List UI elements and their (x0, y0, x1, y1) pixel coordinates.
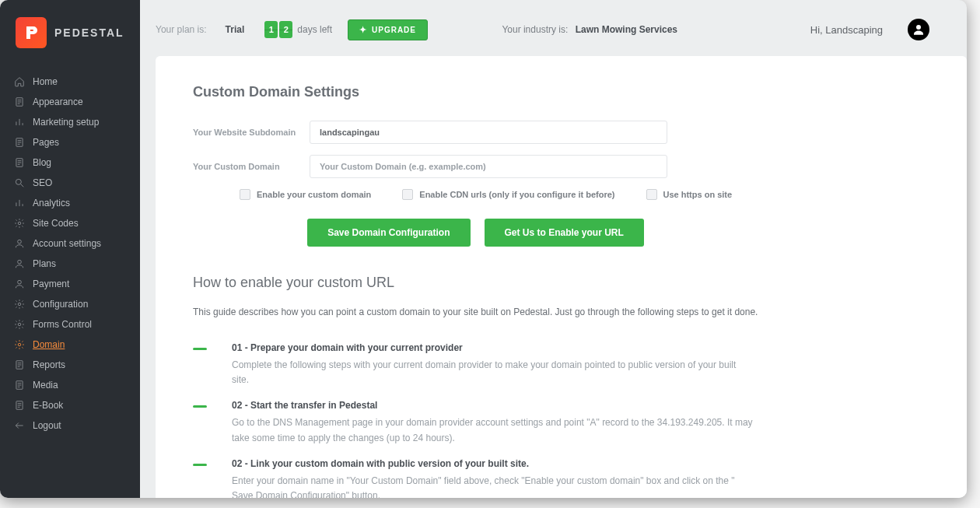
sidebar-item-label: Account settings (33, 238, 101, 249)
step-text: Complete the following steps with your c… (232, 358, 753, 387)
sidebar-item-domain[interactable]: Domain (0, 335, 140, 355)
industry-label: Your industry is: (502, 24, 568, 35)
doc-icon (14, 400, 25, 411)
sidebar-item-payment[interactable]: Payment (0, 274, 140, 294)
howto-step: 01 - Prepare your domain with your curre… (193, 342, 753, 387)
days-left: 1 2 days left (264, 21, 332, 38)
howto-step: 02 - Link your custom domain with public… (193, 458, 753, 498)
topbar: Your plan is: Trial 1 2 days left ✦ UPGR… (140, 0, 967, 56)
step-title: 02 - Link your custom domain with public… (232, 458, 753, 469)
sidebar-item-e-book[interactable]: E-Book (0, 395, 140, 415)
subdomain-input[interactable] (310, 121, 667, 144)
sidebar-item-appearance[interactable]: Appearance (0, 92, 140, 112)
use-https-checkbox[interactable]: Use https on site (646, 189, 733, 200)
sidebar-item-label: Logout (33, 420, 61, 431)
app-window: PEDESTAL HomeAppearanceMarketing setupPa… (0, 0, 967, 498)
sidebar-item-label: Pages (33, 137, 59, 148)
checkbox-icon (240, 189, 250, 200)
svg-point-21 (18, 240, 22, 243)
step-body: 01 - Prepare your domain with your curre… (232, 342, 753, 387)
svg-point-26 (18, 343, 21, 346)
gear-icon (14, 339, 25, 350)
sidebar-item-forms-control[interactable]: Forms Control (0, 314, 140, 335)
sidebar-item-label: E-Book (33, 400, 63, 411)
sidebar-item-site-codes[interactable]: Site Codes (0, 213, 140, 233)
sidebar-item-label: Blog (33, 157, 51, 168)
sidebar-item-reports[interactable]: Reports (0, 355, 140, 375)
doc-icon (14, 359, 25, 370)
svg-point-23 (18, 280, 22, 284)
sidebar-item-label: Appearance (33, 96, 83, 107)
sidebar-item-configuration[interactable]: Configuration (0, 294, 140, 314)
step-dash-icon (193, 348, 207, 350)
checkbox-row: Enable your custom domain Enable CDN url… (193, 189, 929, 200)
subdomain-row: Your Website Subdomain (193, 121, 929, 144)
enable-cdn-checkbox[interactable]: Enable CDN urls (only if you configure i… (402, 189, 614, 200)
sidebar-item-media[interactable]: Media (0, 375, 140, 395)
step-body: 02 - Link your custom domain with public… (232, 458, 753, 498)
sidebar-item-logout[interactable]: Logout (0, 415, 140, 436)
sidebar-item-seo[interactable]: SEO (0, 173, 140, 193)
doc-icon (14, 380, 25, 391)
custom-domain-input[interactable] (310, 155, 667, 178)
arrow-left-icon (14, 420, 25, 431)
user-icon (14, 258, 25, 269)
custom-domain-row: Your Custom Domain (193, 155, 929, 178)
svg-line-16 (21, 184, 24, 187)
step-text: Go to the DNS Management page in your do… (232, 415, 753, 445)
checkbox-icon (646, 189, 657, 200)
svg-point-24 (18, 303, 21, 306)
gear-icon (14, 299, 25, 310)
sidebar-item-label: Domain (33, 339, 65, 350)
howto-description: This guide describes how you can point a… (193, 307, 929, 317)
days-digit-2: 2 (279, 21, 292, 38)
save-domain-button[interactable]: Save Domain Configuration (307, 219, 470, 247)
sidebar-item-home[interactable]: Home (0, 72, 140, 92)
sidebar-item-label: Home (33, 76, 58, 87)
upgrade-button[interactable]: ✦ UPGRADE (348, 19, 428, 40)
sidebar-item-marketing-setup[interactable]: Marketing setup (0, 112, 140, 132)
sidebar-item-pages[interactable]: Pages (0, 132, 140, 152)
logo-text: PEDESTAL (54, 26, 124, 39)
bolt-icon: ✦ (359, 25, 367, 35)
gear-icon (14, 319, 25, 330)
button-row: Save Domain Configuration Get Us to Enab… (193, 219, 929, 247)
use-https-label: Use https on site (663, 190, 733, 199)
step-dash-icon (193, 405, 207, 408)
custom-domain-label: Your Custom Domain (193, 162, 310, 171)
logo-mark-icon (16, 17, 47, 48)
avatar-icon[interactable] (908, 19, 929, 40)
enable-cdn-label: Enable CDN urls (only if you configure i… (419, 190, 614, 199)
doc-icon (14, 157, 25, 168)
sidebar-item-label: Analytics (33, 198, 70, 208)
step-title: 02 - Start the transfer in Pedestal (232, 400, 753, 411)
step-text: Enter your domain name in "Your Custom D… (232, 474, 753, 498)
user-icon (14, 279, 25, 289)
howto-title: How to enable your custom URL (193, 275, 929, 291)
sidebar-item-analytics[interactable]: Analytics (0, 193, 140, 213)
doc-icon (14, 137, 25, 148)
bars-icon (14, 117, 25, 128)
sidebar-item-label: Reports (33, 359, 65, 370)
plan-label: Your plan is: (156, 24, 207, 35)
get-us-enable-button[interactable]: Get Us to Enable your URL (485, 219, 644, 247)
main-area: Your plan is: Trial 1 2 days left ✦ UPGR… (140, 0, 967, 498)
search-icon (14, 177, 25, 188)
days-left-label: days left (297, 24, 332, 35)
step-title: 01 - Prepare your domain with your curre… (232, 342, 753, 353)
svg-point-15 (16, 179, 21, 184)
user-icon (14, 238, 25, 249)
enable-custom-domain-checkbox[interactable]: Enable your custom domain (240, 189, 371, 200)
step-body: 02 - Start the transfer in PedestalGo to… (232, 400, 753, 445)
checkbox-icon (402, 189, 413, 200)
svg-point-25 (18, 323, 21, 326)
doc-icon (14, 96, 25, 107)
sidebar-item-account-settings[interactable]: Account settings (0, 233, 140, 254)
sidebar-item-plans[interactable]: Plans (0, 254, 140, 274)
plan-value: Trial (226, 24, 245, 35)
sidebar-item-label: Plans (33, 258, 56, 269)
sidebar-item-label: Configuration (33, 299, 88, 310)
industry-value: Lawn Mowing Services (576, 24, 677, 35)
sidebar-item-label: Site Codes (33, 218, 79, 229)
sidebar-item-blog[interactable]: Blog (0, 152, 140, 173)
